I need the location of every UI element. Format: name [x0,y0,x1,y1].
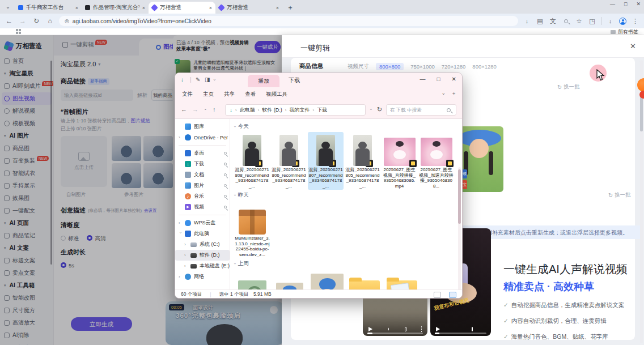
site-info-icon[interactable]: ◎ [65,18,69,24]
size-option[interactable]: 750×1000 [410,63,435,70]
explorer-titlebar[interactable]: ↓ | ✎ ◨ ⌄ 播放 下载 — □ ✕ [175,73,462,87]
nav-videos[interactable]: ▶视频 [175,202,230,212]
group-lastweek[interactable]: ›上周 [234,259,454,267]
file-item[interactable] [384,269,420,289]
crumb-my-files[interactable]: 我的文件 [290,107,310,114]
breadcrumb[interactable]: ↓ › 此电脑 › 软件 (D:) › 我的文件 › 下载 [225,104,366,116]
nav-wps-cloud[interactable]: ›WPS云盘 [175,218,230,228]
address-dropdown-icon[interactable]: ⌄ [369,106,373,111]
tab-close-icon[interactable]: × [75,5,78,11]
zoom-out-icon[interactable] [562,18,570,24]
nav-documents[interactable]: 文档 [175,169,230,180]
close-button[interactable]: ✕ [636,1,641,7]
menu-share[interactable]: 共享 [224,91,235,98]
tab-close-icon[interactable]: × [142,5,145,11]
file-item[interactable] [309,269,345,289]
download-page-icon[interactable]: ↓ [523,18,531,24]
tab-close-icon[interactable]: × [209,5,212,11]
maximize-button[interactable]: □ [624,1,627,7]
more-icon[interactable] [421,329,422,330]
refresh-icon[interactable]: ↻ [377,106,382,113]
minimize-button[interactable]: — [610,1,615,7]
tab-search-icon[interactable]: ⌄ [2,1,14,12]
nav-desktop[interactable]: 桌面 [175,148,230,159]
file-item[interactable]: 20250627_图生视频_加速片段拼接_93650468308... [418,132,454,190]
maximize-button[interactable]: □ [437,76,440,82]
volume-icon[interactable] [388,327,389,331]
crumb-downloads[interactable]: 下载 [317,107,327,114]
nav-downloads[interactable]: ↓下载 [175,159,230,169]
tools-icon[interactable]: ✎ [196,76,200,83]
minimize-button[interactable]: — [420,76,426,82]
file-item[interactable]: 混剪_202506271808_recommend_933466874178 _… [234,132,270,190]
reload-icon[interactable]: ↻ [32,17,41,25]
crumb-this-pc[interactable]: 此电脑 [240,107,255,114]
back-icon[interactable]: ← [5,17,14,25]
nav-pictures[interactable]: 图片 [175,180,230,191]
fullscreen-icon[interactable] [405,327,406,331]
browser-tab-2[interactable]: 作品管理-淘宝光合平台 × [82,2,149,14]
product-info-tab[interactable]: 商品信息 [299,62,323,70]
close-icon[interactable]: ✕ [630,42,636,50]
file-item[interactable] [346,269,383,289]
clipboard-icon[interactable]: ▤ [536,18,544,25]
chevron-down-icon[interactable]: ⌄ [213,76,217,82]
nav-disk-d-selected[interactable]: ›软件 (D:) [175,250,230,261]
nav-music[interactable]: ♪音乐 [175,191,230,202]
file-item[interactable] [272,269,308,289]
back-icon[interactable]: ← [181,106,187,113]
nav-disk-c[interactable]: ›系统 (C:) [175,239,230,250]
translate-icon[interactable]: 文 [549,17,557,25]
details-view-icon[interactable] [434,292,441,298]
progress-bar[interactable] [367,333,423,334]
search-input[interactable] [390,107,447,113]
menu-video-tools[interactable]: 视频工具 [266,91,287,98]
profile-avatar[interactable] [619,18,626,25]
nav-onedrive[interactable]: ›OneDrive - Per [175,132,230,143]
help-plus-icon[interactable]: ＋ [451,90,456,97]
forward-icon[interactable]: → [192,106,198,113]
play-contextual-tab[interactable]: 播放 [248,75,279,87]
nav-this-pc[interactable]: ›此电脑 [175,228,230,239]
new-tab-button[interactable]: ＋ [286,3,295,12]
recent-chevron-icon[interactable]: ⌄ [204,106,207,111]
file-item[interactable] [234,269,270,289]
file-item[interactable]: MuMuInstaller_3.1.13.0_niesdc-mj22455-ba… [234,201,270,258]
nav-network[interactable]: ›网络 [175,271,230,282]
menu-file[interactable]: 文件 [182,91,193,98]
play-icon[interactable] [368,327,372,331]
tab-close-icon[interactable]: × [276,5,279,11]
nav-disk-e[interactable]: ›本地磁盘 (E:) [175,261,230,271]
close-button[interactable]: ✕ [452,76,456,82]
address-bar[interactable]: ◎ agi.taobao.com/video/imgToVideo?from=o… [59,16,518,26]
search-box[interactable] [386,104,456,116]
home-icon[interactable]: ⌂ [45,17,54,25]
folder-settings-icon[interactable]: ◨ [205,76,210,83]
more-menu-icon[interactable]: ⋮ [631,18,639,25]
size-option[interactable]: 800×1280 [472,63,497,70]
thumbnail-view-icon[interactable] [449,292,456,298]
browser-tab-3-active[interactable]: 万相营造 × [149,2,215,14]
menu-view[interactable]: 查看 [245,91,256,98]
file-item[interactable]: 20250627_图生视频_片段拼接_936504683086.mp4 [382,132,417,190]
bookmark-star-icon[interactable]: ☆ [575,18,583,25]
crumb-disk-d[interactable]: 软件 (D:) [262,107,282,114]
refresh-batch-button-1[interactable]: ↻换一批 [557,83,579,91]
group-today[interactable]: ›今天 [234,122,454,130]
fullscreen-icon[interactable] [472,327,473,331]
files-scrollbar[interactable] [458,167,461,289]
browser-tab-1[interactable]: 千牛商家工作台 × [15,2,82,14]
collapse-ribbon-icon[interactable]: ⌄ [441,90,446,97]
nav-gallery[interactable]: 图库 [175,121,230,132]
size-option[interactable]: 720×1280 [442,63,466,70]
forward-icon[interactable]: → [18,17,27,25]
up-icon[interactable]: ↑ [213,106,216,113]
size-option-selected[interactable]: 800×800 [376,63,404,70]
play-icon[interactable] [436,327,440,331]
file-item[interactable]: 混剪_202506271805_recommend_933466874178 _… [345,132,380,190]
browser-tab-4[interactable]: 万相营造 × [215,2,282,14]
downloads-icon[interactable]: ↓ [606,18,615,24]
menu-home[interactable]: 主页 [203,91,214,98]
refresh-batch-button-2[interactable]: ↻换一批 [608,191,630,199]
group-yesterday[interactable]: ›昨天 [234,191,454,199]
